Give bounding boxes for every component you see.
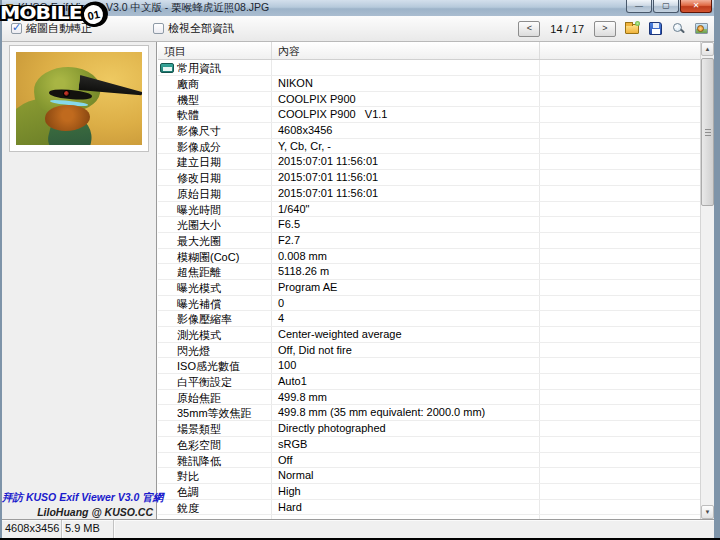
table-row[interactable]: ISO感光數值100: [157, 358, 700, 374]
table-row[interactable]: 建立日期2015:07:01 11:56:01: [157, 154, 700, 170]
bird-eye-shape: [63, 90, 70, 97]
table-row[interactable]: 原始焦距499.8 mm: [157, 390, 700, 406]
maximize-button[interactable]: ▢: [653, 0, 679, 13]
status-dimensions: 4608x3456: [2, 520, 62, 538]
column-header-empty: [540, 42, 700, 59]
image-counter: 14 / 17: [550, 23, 584, 35]
empty-cell: [540, 92, 700, 107]
empty-cell: [540, 343, 700, 358]
table-row[interactable]: 曝光補償0: [157, 296, 700, 312]
exif-value: Auto1: [272, 374, 540, 389]
exif-value: Directly photographed: [272, 421, 540, 436]
official-site-link[interactable]: 拜訪 KUSO Exif Viewer V3.0 官網: [2, 491, 153, 505]
window-controls: — ▢ ✕: [625, 0, 712, 13]
empty-cell: [540, 421, 700, 436]
scroll-down-button[interactable]: ▼: [701, 505, 714, 519]
table-row[interactable]: 35mm等效焦距499.8 mm (35 mm equivalent: 2000…: [157, 405, 700, 421]
table-row[interactable]: 原始日期2015:07:01 11:56:01: [157, 186, 700, 202]
table-row[interactable]: 色彩空間sRGB: [157, 437, 700, 453]
table-row[interactable]: 修改日期2015:07:01 11:56:01: [157, 170, 700, 186]
empty-cell: [540, 202, 700, 217]
image-tools-icon: [695, 23, 708, 34]
magnifier-icon: [672, 22, 685, 35]
table-row[interactable]: 光圈大小F6.5: [157, 217, 700, 233]
table-row[interactable]: 測光模式Center-weighted average: [157, 327, 700, 343]
exif-label: 閃光燈: [157, 343, 272, 358]
scroll-up-button[interactable]: ▲: [701, 42, 714, 56]
image-tools-button[interactable]: [692, 20, 710, 38]
table-row[interactable]: 影像尺寸4608x3456: [157, 123, 700, 139]
view-button[interactable]: [669, 20, 687, 38]
exif-value: Center-weighted average: [272, 327, 540, 342]
exif-label: 曝光模式: [157, 280, 272, 295]
empty-cell: [540, 327, 700, 342]
exif-value: Y, Cb, Cr, -: [272, 139, 540, 154]
exif-label: 曝光時間: [157, 202, 272, 217]
close-button[interactable]: ✕: [680, 0, 712, 13]
table-row[interactable]: 影像壓縮率4: [157, 311, 700, 327]
exif-value: Normal: [272, 468, 540, 483]
exif-value: 0.008 mm: [272, 249, 540, 264]
exif-label: 對比: [157, 468, 272, 483]
table-row[interactable]: 機型COOLPIX P900: [157, 92, 700, 108]
exif-value: NIKON: [272, 76, 540, 91]
exif-label: 影像尺寸: [157, 123, 272, 138]
view-all-label: 檢視全部資訊: [168, 21, 234, 36]
exif-label: 影像壓縮率: [157, 311, 272, 326]
exif-value: 2015:07:01 11:56:01: [272, 186, 540, 201]
table-group-row[interactable]: 常用資訊: [157, 60, 700, 76]
exif-label: 廠商: [157, 76, 272, 91]
main-content: 拜訪 KUSO Exif Viewer V3.0 官網 LiloHuang @ …: [2, 42, 714, 519]
empty-cell: [540, 500, 700, 515]
exif-label: 曝光補償: [157, 296, 272, 311]
empty-cell: [540, 233, 700, 248]
table-row[interactable]: 色調High: [157, 484, 700, 500]
table-row[interactable]: 影像成分Y, Cb, Cr, -: [157, 139, 700, 155]
next-image-button[interactable]: >: [594, 21, 616, 37]
minimize-icon: —: [635, 2, 643, 10]
table-row[interactable]: 超焦距離5118.26 m: [157, 264, 700, 280]
table-row[interactable]: 場景類型Directly photographed: [157, 421, 700, 437]
app-window: KUSO Exif Viewer V3.0 中文版 - 栗喉蜂虎近照08.JPG…: [0, 0, 720, 538]
prev-image-button[interactable]: <: [518, 21, 540, 37]
window-title: KUSO Exif Viewer V3.0 中文版 - 栗喉蜂虎近照08.JPG: [18, 1, 269, 15]
exif-value: 5118.26 m: [272, 264, 540, 279]
scrollbar-thumb[interactable]: [701, 58, 714, 206]
table-row[interactable]: 廠商NIKON: [157, 76, 700, 92]
maximize-icon: ▢: [662, 2, 670, 10]
table-row[interactable]: 曝光時間1/640": [157, 202, 700, 218]
exif-label: 超焦距離: [157, 264, 272, 279]
table-row[interactable]: 雜訊降低Off: [157, 453, 700, 469]
view-all-checkbox[interactable]: 檢視全部資訊: [153, 21, 234, 36]
exif-label: 測光模式: [157, 327, 272, 342]
open-file-button[interactable]: [623, 20, 641, 38]
exif-value: 100: [272, 358, 540, 373]
column-header-content[interactable]: 內容: [272, 42, 540, 59]
titlebar[interactable]: KUSO Exif Viewer V3.0 中文版 - 栗喉蜂虎近照08.JPG…: [2, 0, 714, 16]
vertical-scrollbar[interactable]: ▲ ▼: [700, 42, 714, 519]
table-row[interactable]: 閃光燈Off, Did not fire: [157, 343, 700, 359]
open-folder-icon: [625, 24, 639, 34]
table-row[interactable]: 模糊圈(CoC)0.008 mm: [157, 249, 700, 265]
empty-cell: [540, 123, 700, 138]
scrollbar-track[interactable]: [701, 56, 714, 505]
empty-cell: [540, 374, 700, 389]
column-header-item[interactable]: 項目: [157, 42, 272, 59]
table-body: 常用資訊廠商NIKON機型COOLPIX P900軟體COOLPIX P900 …: [157, 60, 700, 519]
table-row[interactable]: 最大光圈F2.7: [157, 233, 700, 249]
autorotate-checkbox[interactable]: 縮圖自動轉正: [11, 21, 149, 36]
empty-cell: [540, 186, 700, 201]
save-button[interactable]: [646, 20, 664, 38]
minimize-button[interactable]: —: [626, 0, 652, 13]
table-row[interactable]: 白平衡設定Auto1: [157, 374, 700, 390]
exif-label: 場景類型: [157, 421, 272, 436]
empty-cell: [540, 358, 700, 373]
empty-cell: [540, 76, 700, 91]
table-row[interactable]: 曝光模式Program AE: [157, 280, 700, 296]
exif-value: sRGB: [272, 437, 540, 452]
table-row[interactable]: 對比Normal: [157, 468, 700, 484]
photo-thumbnail[interactable]: [9, 45, 149, 152]
exif-value: COOLPIX P900: [272, 92, 540, 107]
table-row[interactable]: 銳度Hard: [157, 500, 700, 516]
table-row[interactable]: 軟體COOLPIX P900 V1.1: [157, 107, 700, 123]
